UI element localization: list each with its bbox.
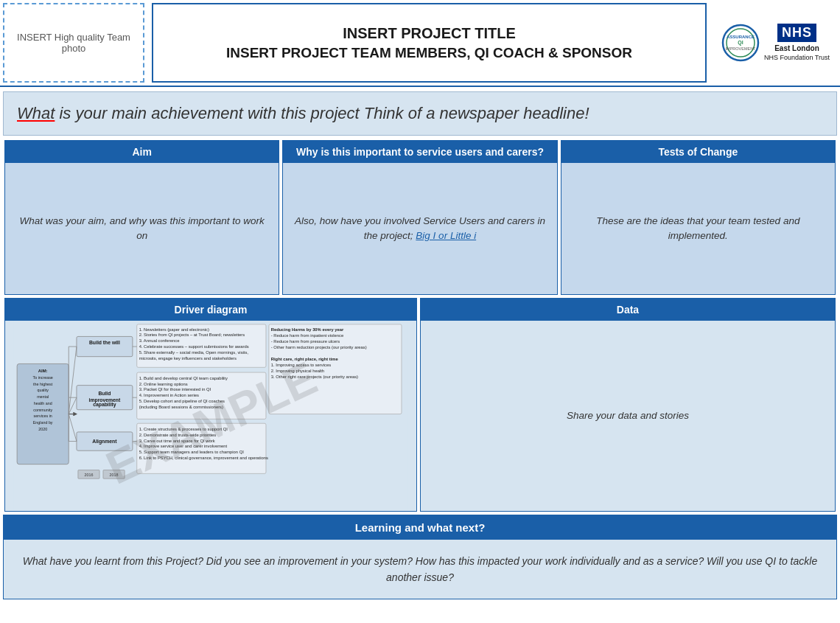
data-text: Share your data and stories (567, 408, 689, 423)
svg-text:2. Stories from QI projects – : 2. Stories from QI projects – at Trust B… (139, 333, 245, 337)
project-title: INSERT PROJECT TITLE (343, 25, 515, 42)
tests-body[interactable]: These are the ideas that your team teste… (561, 163, 835, 294)
svg-text:- Other harm reduction project: - Other harm reduction projects (our pri… (271, 345, 367, 349)
svg-text:Build the will: Build the will (89, 340, 120, 345)
nhs-label: NHS (777, 24, 816, 42)
svg-text:England by: England by (33, 420, 53, 425)
svg-text:services in: services in (34, 414, 52, 418)
qi-assurance-logo: ASSURANCE QI IMPROVEMENT (721, 24, 760, 62)
svg-text:5. Share externally – social m: 5. Share externally – social media, Open… (139, 350, 249, 355)
svg-text:ASSURANCE: ASSURANCE (727, 35, 755, 39)
driver-diagram-svg: AIM: To increase the highest quality men… (5, 321, 416, 511)
svg-text:microsits, engage key influenc: microsits, engage key influencers and st… (139, 356, 237, 361)
nhs-logo: NHS East London NHS Foundation Trust (764, 24, 830, 62)
svg-text:1. Build and develop central Q: 1. Build and develop central QI team cap… (139, 376, 228, 380)
svg-text:2020: 2020 (38, 427, 47, 431)
importance-section: Why is this important to service users a… (282, 140, 557, 295)
svg-text:QI: QI (738, 40, 743, 46)
tests-section: Tests of Change These are the ideas that… (561, 140, 836, 295)
svg-text:the highest: the highest (33, 382, 53, 386)
svg-text:To increase: To increase (33, 375, 53, 380)
importance-text: Also, how have you involved Service User… (292, 214, 547, 244)
bottom-row: Driver diagram AIM: To increase the high… (3, 298, 837, 512)
svg-text:AIM:: AIM: (38, 369, 48, 373)
svg-text:mental: mental (37, 394, 49, 399)
svg-text:3. Packet QI for those interes: 3. Packet QI for those interested in QI (139, 387, 211, 391)
project-title-box[interactable]: INSERT PROJECT TITLE INSERT PROJECT TEAM… (152, 3, 707, 83)
headline-banner[interactable]: What is your main achievement with this … (3, 91, 837, 136)
data-section: Data Share your data and stories (420, 298, 836, 512)
nhs-trust-name: East London NHS Foundation Trust (764, 43, 830, 62)
svg-text:IMPROVEMENT: IMPROVEMENT (725, 46, 756, 51)
header: INSERT High quality Team photo INSERT PR… (0, 0, 840, 87)
svg-text:3. Annual conference: 3. Annual conference (139, 338, 180, 343)
svg-text:- Reduce harm from pressure ul: - Reduce harm from pressure ulcers (271, 339, 340, 344)
headline-what: What (17, 104, 55, 122)
tests-header: Tests of Change (561, 141, 835, 163)
learning-header: Learning and what next? (4, 515, 836, 540)
svg-text:community: community (33, 408, 52, 412)
svg-text:2016: 2016 (85, 473, 94, 477)
svg-text:health and: health and (34, 401, 52, 406)
learning-section: Learning and what next? What have you le… (3, 515, 837, 599)
tests-text: These are the ideas that your team teste… (570, 214, 826, 244)
svg-text:1. Newsletters (paper and elec: 1. Newsletters (paper and electronic) (139, 327, 209, 332)
project-team-members: INSERT PROJECT TEAM MEMBERS, QI COACH & … (226, 45, 632, 61)
driver-body[interactable]: AIM: To increase the highest quality men… (5, 321, 416, 511)
svg-text:- Reduce harm from inpatient v: - Reduce harm from inpatient violence (271, 333, 343, 338)
team-photo-placeholder[interactable]: INSERT High quality Team photo (3, 3, 144, 83)
svg-text:4. Celebrate successes – suppo: 4. Celebrate successes – support submiss… (139, 344, 249, 349)
importance-header: Why is this important to service users a… (283, 141, 556, 163)
driver-diagram-section: Driver diagram AIM: To increase the high… (4, 298, 417, 512)
headline-text: What is your main achievement with this … (17, 104, 589, 122)
svg-text:2. Online learning options: 2. Online learning options (139, 382, 188, 386)
driver-header: Driver diagram (5, 299, 416, 321)
svg-text:capability: capability (93, 402, 116, 408)
learning-body[interactable]: What have you learnt from this Project? … (4, 540, 836, 599)
big-i-link[interactable]: Big I or Little i (416, 230, 476, 241)
svg-text:Build: Build (98, 391, 111, 396)
aim-header: Aim (5, 141, 279, 163)
logos-area: ASSURANCE QI IMPROVEMENT NHS East London… (711, 0, 840, 86)
data-body[interactable]: Share your data and stories (421, 321, 835, 511)
middle-row: Aim What was your aim, and why was this … (3, 140, 837, 295)
importance-body[interactable]: Also, how have you involved Service User… (283, 163, 556, 294)
learning-text: What have you learnt from this Project? … (15, 553, 825, 586)
data-header: Data (421, 299, 835, 321)
svg-text:4. Improvement in Action serie: 4. Improvement in Action series (139, 393, 199, 397)
aim-text: What was your aim, and why was this impo… (14, 214, 270, 244)
svg-text:Reducing Harms by 30% every ye: Reducing Harms by 30% every year (271, 327, 344, 332)
svg-text:quality: quality (37, 388, 49, 392)
aim-section: Aim What was your aim, and why was this … (4, 140, 279, 295)
aim-body[interactable]: What was your aim, and why was this impo… (5, 163, 279, 294)
